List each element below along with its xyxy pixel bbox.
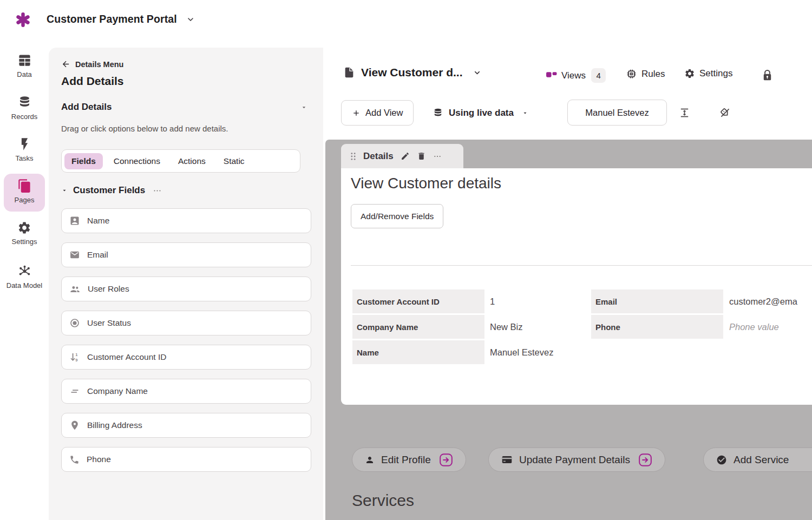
arrow-right-boxed-icon [439,453,453,467]
check-circle-icon [716,455,727,465]
detail-label-company-name: Company Name [352,315,484,339]
details-view-card: View Customer details Add/Remove Fields … [341,168,812,405]
arrow-right-boxed-icon [638,453,652,467]
add-details-panel: Details Menu Add Details Add Details Dra… [49,48,323,520]
caret-down-icon[interactable] [300,104,307,111]
sidebar-item-pages[interactable]: Pages [4,174,45,212]
user-record-button[interactable]: Manuel Estevez [567,100,667,126]
brand-asterisk-icon [15,11,31,28]
chevron-down-icon [473,69,481,77]
credit-card-icon [501,454,513,465]
page-title-dropdown[interactable]: View Customer d... [343,66,481,79]
sidebar-item-label: Data Model [0,281,49,289]
details-card-title: View Customer details [351,175,501,192]
user-icon [365,455,375,465]
detail-value-name: Manuel Estevez [490,340,553,364]
arrow-left-icon [61,60,70,69]
sidebar-item-label: Pages [4,196,45,204]
ellipsis-icon[interactable] [153,186,162,195]
gear-icon [0,221,49,235]
tab-actions[interactable]: Actions [171,153,213,169]
sidebar-item-label: Settings [0,238,49,246]
views-button[interactable]: Views 4 [546,68,606,83]
detail-value-email: customer2@ema [729,289,797,313]
add-remove-fields-button[interactable]: Add/Remove Fields [351,204,443,228]
pencil-icon[interactable] [401,152,410,161]
field-item-company-name[interactable]: Company Name [61,379,311,404]
lock-icon[interactable] [761,69,774,82]
rules-label: Rules [641,69,665,80]
services-section-title: Services [352,491,414,510]
views-label: Views [561,70,586,81]
field-item-user-status[interactable]: User Status [61,311,311,335]
back-to-details-menu[interactable]: Details Menu [61,60,123,69]
rules-button[interactable]: Rules [626,68,665,80]
detail-value-company-name: New Biz [490,315,523,339]
account-box-icon [69,215,80,226]
action-label: Add Service [734,454,789,466]
ellipsis-icon[interactable] [433,152,442,161]
customer-fields-group-header: Customer Fields [61,185,307,196]
action-label: Edit Profile [381,454,431,466]
radio-button-icon [69,318,80,328]
file-icon [343,67,355,78]
action-label: Update Payment Details [519,454,630,466]
gear-icon [684,68,695,79]
field-item-name[interactable]: Name [61,208,311,233]
email-icon [69,249,80,260]
app-title-dropdown[interactable]: Customer Payment Portal [47,13,195,25]
detail-label-name: Name [352,340,484,364]
settings-button[interactable]: Settings [684,68,732,79]
database-icon [0,95,49,110]
field-item-billing-address[interactable]: Billing Address [61,413,311,438]
add-view-label: Add View [365,108,403,118]
chip-icon [626,68,637,80]
field-item-label: Company Name [87,386,148,396]
update-payment-details-button[interactable]: Update Payment Details [488,447,665,472]
settings-label: Settings [699,68,732,79]
page-title: View Customer d... [361,66,463,79]
app-frame: Customer Payment Portal Data [0,0,812,520]
detail-value-phone: Phone value [729,315,779,339]
add-service-button[interactable]: Add Service [703,447,812,472]
details-view-tab: Details [341,144,463,168]
tag-off-icon[interactable] [718,106,732,120]
add-details-section-header: Add Details [61,102,307,113]
detail-label-customer-account-id: Customer Account ID [352,289,484,313]
back-label: Details Menu [75,60,123,69]
short-text-icon [69,386,80,397]
app-title: Customer Payment Portal [47,13,177,25]
sidebar-item-tasks[interactable]: Tasks [0,137,49,162]
add-details-tabs: Fields Connections Actions Static [61,149,300,173]
sidebar-item-label: Records [0,113,49,121]
field-item-label: Email [87,250,108,260]
edit-profile-button[interactable]: Edit Profile [352,447,466,472]
tab-connections[interactable]: Connections [107,153,167,169]
live-data-label: Using live data [449,108,514,119]
location-pin-icon [69,420,80,431]
sidebar-item-data[interactable]: Data [0,53,49,78]
panel-title: Add Details [61,75,124,88]
icon-rail: Data Records Tasks [0,48,49,520]
user-button-label: Manuel Estevez [585,108,649,118]
caret-down-icon[interactable] [61,187,68,194]
sidebar-item-records[interactable]: Records [0,95,49,121]
height-icon[interactable] [678,107,691,119]
trash-icon[interactable] [417,152,426,161]
svg-text:1: 1 [75,352,77,357]
tab-static[interactable]: Static [217,153,252,169]
sidebar-item-label: Data [0,70,49,78]
live-data-dropdown[interactable]: Using live data [433,100,528,126]
drag-handle-icon[interactable] [350,152,356,161]
panel-hint: Drag or click options below to add new d… [61,124,228,133]
lightning-icon [0,137,49,152]
field-item-email[interactable]: Email [61,242,311,267]
sidebar-item-data-model[interactable]: Data Model [0,264,49,289]
sidebar-item-settings[interactable]: Settings [0,221,49,246]
caret-down-icon [522,110,528,116]
field-item-customer-account-id[interactable]: 19 Customer Account ID [61,345,311,370]
add-view-button[interactable]: Add View [341,100,414,126]
field-item-phone[interactable]: Phone [61,447,311,472]
field-item-user-roles[interactable]: User Roles [61,277,311,301]
tab-fields[interactable]: Fields [64,153,103,169]
